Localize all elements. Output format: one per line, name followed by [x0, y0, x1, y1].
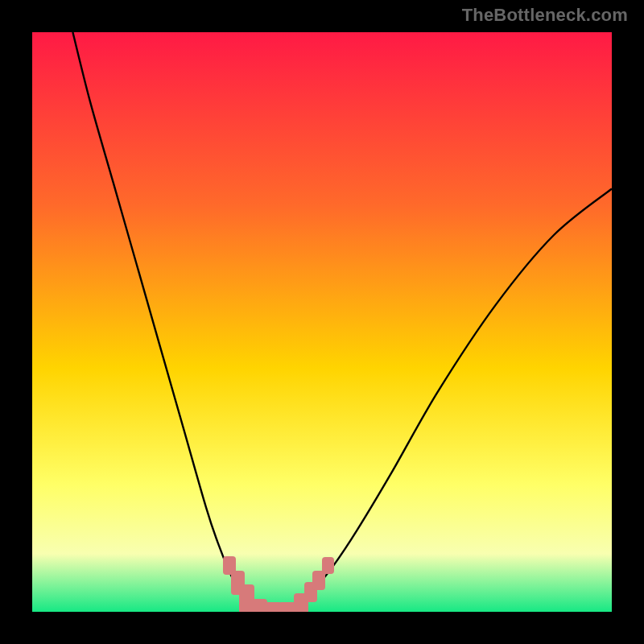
plot-area	[32, 32, 612, 612]
watermark-text: TheBottleneck.com	[462, 5, 628, 26]
curve-layer	[32, 32, 612, 612]
chart-frame: TheBottleneck.com	[0, 0, 644, 644]
data-marker	[322, 557, 334, 575]
right-branch-curve	[287, 188, 612, 612]
left-branch-curve	[72, 32, 264, 612]
data-marker	[279, 602, 296, 612]
